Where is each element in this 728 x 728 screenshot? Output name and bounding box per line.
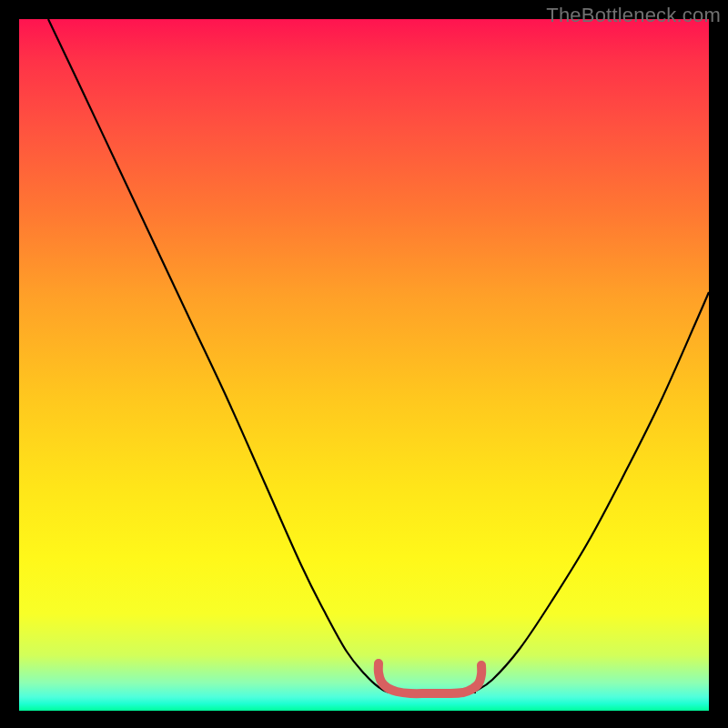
valley-marker xyxy=(379,663,481,693)
chart-container: TheBottleneck.com xyxy=(0,0,728,728)
watermark-text: TheBottleneck.com xyxy=(546,4,721,27)
curve-svg xyxy=(19,19,709,711)
left-curve xyxy=(48,19,476,693)
right-curve xyxy=(476,292,709,691)
plot-area xyxy=(19,19,709,711)
